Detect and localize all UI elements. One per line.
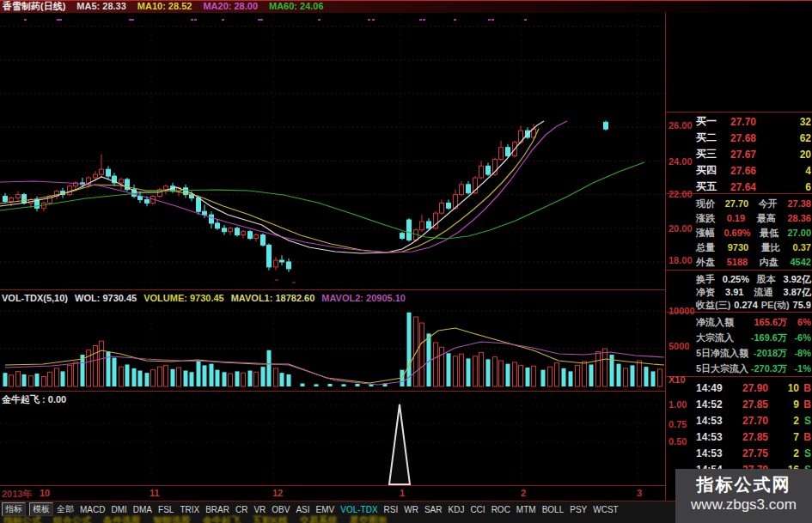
indicator-tab-FSL[interactable]: FSL [158, 505, 174, 514]
buy-quantity: 4 [805, 165, 811, 177]
formula-tab[interactable]: 金牛起飞 [203, 514, 241, 523]
magenta-marker-dot [191, 19, 193, 21]
indicator-tab-VR[interactable]: VR [253, 505, 266, 514]
buy-level-label: 买五 [696, 179, 723, 194]
quote-cell: 0.19 [727, 213, 745, 223]
ma-label: MA60: 24.06 [269, 1, 324, 11]
ma-label: MA20: 28.00 [203, 1, 258, 11]
buy-price: 27.67 [730, 149, 756, 161]
indicator-tab-ROC[interactable]: ROC [491, 505, 510, 514]
month-label: 2 [521, 488, 526, 498]
axis-label: 24.00 [669, 157, 693, 167]
tick-price: 27.70 [732, 415, 768, 427]
axis-label: 26.00 [669, 121, 693, 131]
formula-tab[interactable]: 五彩K线 [253, 514, 288, 523]
quote-cell: 0.69% [723, 228, 750, 238]
formula-tab[interactable]: 交易系统 [300, 514, 338, 523]
month-label: 10 [40, 488, 50, 498]
stat-cell: 流通 [754, 286, 773, 299]
flow-label: 净流入额 [696, 316, 734, 329]
indicator-tab-MACD[interactable]: MACD [80, 505, 105, 514]
axis-label: 22.00 [669, 190, 693, 199]
title-bar: 香雪制药(日线)MA5: 28.33MA10: 28.52MA20: 28.00… [0, 0, 812, 13]
ma-label: MA5: 28.33 [76, 1, 125, 11]
month-label: 1 [400, 488, 405, 498]
flow-percent: -8% [791, 348, 811, 358]
formula-tab[interactable]: 指标公式 [3, 514, 41, 523]
tick-time: 14:52 [696, 398, 729, 410]
indicator-tab-WR[interactable]: WR [404, 505, 418, 514]
formula-tab-row: 指标公式组合公式条件选股智能选股金牛起飞五彩K线交易系统星空图形 [3, 514, 400, 523]
indicator-tab-ASI[interactable]: ASI [296, 505, 309, 514]
buy-queue-row: 买四27.664 [696, 163, 811, 178]
indicator-tab-CCI[interactable]: CCI [470, 505, 485, 514]
tick-price: 27.75 [732, 447, 768, 459]
indicator-tab-OBV[interactable]: OBV [272, 505, 290, 514]
indicator-tab-PSY[interactable]: PSY [570, 505, 587, 514]
watermark-site-name: 指标公式网 [675, 473, 812, 496]
buy-queue-row: 买一27.7032 [696, 114, 811, 129]
axis-label: X10 [669, 375, 686, 385]
quote-cell: 总量 [696, 241, 715, 254]
quote-row: 涨幅0.69%最低27.00 [696, 226, 811, 240]
tick-volume: 10 [788, 382, 799, 394]
tick-side-flag: B [799, 382, 811, 394]
indicator-tab-TRIX[interactable]: TRIX [180, 505, 199, 514]
panel-section-line [666, 112, 812, 113]
formula-tab[interactable]: 智能选股 [153, 514, 191, 523]
indicator-tab-BRAR[interactable]: BRAR [205, 505, 229, 514]
quote-cell: 5188 [727, 257, 748, 267]
vol-header-part: VOLUME: 9730.45 [143, 293, 224, 303]
axis-label: 18.00 [669, 256, 693, 265]
indicator-tab-EMV[interactable]: EMV [316, 505, 335, 514]
indicator-tab-DMI[interactable]: DMI [111, 505, 126, 514]
indicator-tab-BOLL[interactable]: BOLL [542, 505, 565, 514]
axis-label: 10000 [669, 307, 695, 316]
quote-cell: 27.38 [787, 198, 811, 209]
indicator-tab-KDJ[interactable]: KDJ [448, 505, 464, 514]
buy-price: 27.68 [730, 132, 756, 144]
signal-indicator-header: 金牛起飞 : 0.00 [2, 393, 66, 406]
stat-cell: 3.92亿 [784, 273, 811, 286]
price-volume-chart[interactable] [0, 0, 666, 501]
quote-cell: 今开 [759, 198, 778, 210]
indicator-tab-DMA[interactable]: DMA [133, 505, 152, 514]
watermark: 指标公式网 www.zbgs3.com [675, 469, 812, 523]
magenta-marker-dot [222, 19, 224, 21]
buy-level-label: 买一 [696, 114, 723, 129]
watermark-url: www.zbgs3.com [675, 496, 812, 514]
indicator-tab-RSI[interactable]: RSI [384, 505, 399, 514]
buy-queue-row: 买二27.6862 [696, 131, 811, 145]
indicator-tab-SAR[interactable]: SAR [424, 505, 443, 514]
flow-row: 大宗流入-169.6万-6% [696, 331, 811, 344]
indicator-tab-MTM[interactable]: MTM [516, 505, 536, 514]
indicator-tab-WCST[interactable]: WCST [593, 505, 618, 514]
stock-title: 香雪制药(日线) [3, 1, 65, 11]
flow-label: 5日净流入额 [696, 347, 748, 360]
magenta-marker-dot [491, 19, 494, 21]
vol-header-part: WOL: 9730.45 [75, 293, 137, 303]
formula-tab[interactable]: 条件选股 [103, 514, 141, 523]
flow-value: -2018万 [754, 347, 787, 360]
month-label: 12 [272, 488, 283, 498]
tick-price: 27.85 [732, 398, 768, 410]
indicator-tab-全部[interactable]: 全部 [57, 503, 74, 515]
tick-side-flag: S [799, 415, 811, 427]
magenta-marker-dot [524, 19, 527, 21]
flow-label: 5日大宗流入 [696, 362, 748, 375]
quote-cell: 涨幅 [696, 227, 715, 240]
flow-label: 大宗流入 [696, 331, 734, 344]
month-label: 3 [637, 488, 642, 498]
axis-label: 5000 [669, 342, 689, 351]
stat-cell: 净资 [696, 286, 715, 299]
panel-section-line [666, 270, 812, 271]
formula-tab[interactable]: 星空图形 [350, 514, 388, 523]
magenta-marker-dot [488, 19, 491, 21]
indicator-tab-VOL-TDX[interactable]: VOL-TDX [340, 505, 377, 514]
panel-divider [665, 12, 666, 501]
formula-tab[interactable]: 组合公式 [53, 514, 91, 523]
indicator-tab-CR[interactable]: CR [235, 505, 247, 514]
flow-percent: 6% [791, 317, 811, 327]
magenta-marker-dot [24, 19, 27, 21]
magenta-marker-dot [194, 19, 197, 21]
